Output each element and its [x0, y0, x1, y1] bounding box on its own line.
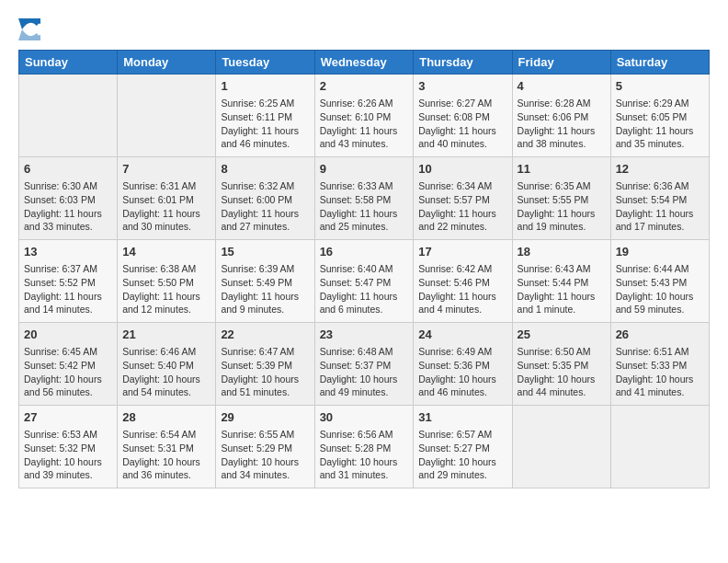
sunset-text: Sunset: 5:42 PM [24, 360, 96, 371]
calendar-day-cell: 25Sunrise: 6:50 AMSunset: 5:35 PMDayligh… [512, 323, 610, 406]
sunset-text: Sunset: 6:05 PM [616, 111, 688, 122]
calendar-day-cell: 13Sunrise: 6:37 AMSunset: 5:52 PMDayligh… [19, 240, 118, 323]
calendar-week-row: 27Sunrise: 6:53 AMSunset: 5:32 PMDayligh… [19, 406, 710, 488]
daylight-text: Daylight: 10 hours and 56 minutes. [24, 373, 102, 398]
sunset-text: Sunset: 6:06 PM [518, 111, 589, 122]
calendar-day-cell: 1Sunrise: 6:25 AMSunset: 6:11 PMDaylight… [216, 75, 314, 157]
calendar-day-cell: 31Sunrise: 6:57 AMSunset: 5:27 PMDayligh… [414, 406, 512, 488]
calendar-day-cell: 23Sunrise: 6:48 AMSunset: 5:37 PMDayligh… [314, 323, 414, 406]
calendar-day-cell: 15Sunrise: 6:39 AMSunset: 5:49 PMDayligh… [216, 240, 314, 323]
daylight-text: Daylight: 10 hours and 59 minutes. [616, 291, 694, 316]
day-number: 29 [221, 409, 309, 426]
day-of-week-header: Friday [512, 51, 610, 75]
sunrise-text: Sunrise: 6:38 AM [122, 263, 196, 274]
daylight-text: Daylight: 10 hours and 51 minutes. [221, 373, 299, 398]
day-number: 23 [320, 327, 409, 343]
logo [18, 18, 44, 40]
day-number: 17 [418, 244, 506, 260]
sunrise-text: Sunrise: 6:46 AM [122, 346, 196, 357]
day-number: 4 [518, 78, 606, 95]
sunset-text: Sunset: 5:33 PM [616, 360, 688, 371]
calendar-day-cell: 6Sunrise: 6:30 AMSunset: 6:03 PMDaylight… [19, 157, 118, 240]
day-number: 21 [122, 327, 210, 343]
sunset-text: Sunset: 5:36 PM [418, 360, 490, 371]
sunrise-text: Sunrise: 6:34 AM [418, 180, 492, 191]
calendar-day-cell: 11Sunrise: 6:35 AMSunset: 5:55 PMDayligh… [512, 157, 610, 240]
day-number: 5 [616, 78, 704, 95]
page-header [18, 18, 710, 40]
calendar-day-cell: 5Sunrise: 6:29 AMSunset: 6:05 PMDaylight… [610, 75, 709, 157]
day-number: 11 [518, 161, 606, 178]
calendar-day-cell: 8Sunrise: 6:32 AMSunset: 6:00 PMDaylight… [216, 157, 314, 240]
calendar-day-cell: 18Sunrise: 6:43 AMSunset: 5:44 PMDayligh… [512, 240, 610, 323]
sunset-text: Sunset: 5:28 PM [320, 442, 392, 454]
sunrise-text: Sunrise: 6:53 AM [24, 429, 97, 440]
daylight-text: Daylight: 10 hours and 49 minutes. [320, 373, 398, 398]
sunset-text: Sunset: 5:43 PM [616, 277, 688, 288]
sunset-text: Sunset: 5:57 PM [418, 194, 490, 205]
sunset-text: Sunset: 5:54 PM [616, 194, 688, 205]
sunrise-text: Sunrise: 6:30 AM [24, 180, 97, 191]
calendar-day-cell: 22Sunrise: 6:47 AMSunset: 5:39 PMDayligh… [216, 323, 314, 406]
calendar-day-cell: 12Sunrise: 6:36 AMSunset: 5:54 PMDayligh… [610, 157, 709, 240]
calendar-day-cell: 10Sunrise: 6:34 AMSunset: 5:57 PMDayligh… [414, 157, 512, 240]
sunset-text: Sunset: 5:35 PM [518, 360, 589, 371]
daylight-text: Daylight: 10 hours and 39 minutes. [24, 456, 102, 481]
day-number: 22 [221, 327, 309, 343]
sunrise-text: Sunrise: 6:54 AM [122, 429, 196, 440]
sunset-text: Sunset: 5:58 PM [320, 194, 392, 205]
calendar-day-cell: 26Sunrise: 6:51 AMSunset: 5:33 PMDayligh… [610, 323, 709, 406]
daylight-text: Daylight: 11 hours and 33 minutes. [24, 208, 102, 233]
sunrise-text: Sunrise: 6:44 AM [616, 263, 689, 274]
day-of-week-header: Thursday [414, 51, 512, 75]
calendar-week-row: 20Sunrise: 6:45 AMSunset: 5:42 PMDayligh… [19, 323, 710, 406]
day-number: 14 [122, 244, 210, 260]
daylight-text: Daylight: 10 hours and 41 minutes. [616, 373, 694, 398]
daylight-text: Daylight: 11 hours and 30 minutes. [122, 208, 200, 233]
day-number: 31 [418, 409, 506, 426]
sunrise-text: Sunrise: 6:55 AM [221, 429, 294, 440]
calendar-header: SundayMondayTuesdayWednesdayThursdayFrid… [19, 51, 710, 75]
sunset-text: Sunset: 5:32 PM [24, 442, 96, 454]
sunset-text: Sunset: 5:40 PM [122, 360, 194, 371]
sunrise-text: Sunrise: 6:36 AM [616, 180, 689, 191]
sunrise-text: Sunrise: 6:31 AM [122, 180, 196, 191]
sunset-text: Sunset: 5:29 PM [221, 442, 292, 454]
day-number: 30 [320, 409, 409, 426]
daylight-text: Daylight: 11 hours and 1 minute. [518, 291, 596, 316]
sunset-text: Sunset: 5:52 PM [24, 277, 96, 288]
daylight-text: Daylight: 10 hours and 31 minutes. [320, 456, 398, 481]
sunrise-text: Sunrise: 6:35 AM [518, 180, 591, 191]
daylight-text: Daylight: 11 hours and 4 minutes. [418, 291, 496, 316]
daylight-text: Daylight: 10 hours and 44 minutes. [518, 373, 596, 398]
sunset-text: Sunset: 6:08 PM [418, 111, 490, 122]
sunset-text: Sunset: 5:31 PM [122, 442, 194, 454]
calendar-week-row: 13Sunrise: 6:37 AMSunset: 5:52 PMDayligh… [19, 240, 710, 323]
day-number: 6 [24, 161, 112, 178]
calendar-day-cell: 3Sunrise: 6:27 AMSunset: 6:08 PMDaylight… [414, 75, 512, 157]
calendar-day-cell: 29Sunrise: 6:55 AMSunset: 5:29 PMDayligh… [216, 406, 314, 488]
daylight-text: Daylight: 11 hours and 14 minutes. [24, 291, 102, 316]
sunset-text: Sunset: 5:27 PM [418, 442, 490, 454]
sunrise-text: Sunrise: 6:32 AM [221, 180, 294, 191]
daylight-text: Daylight: 11 hours and 19 minutes. [518, 208, 596, 233]
day-number: 24 [418, 327, 506, 343]
sunset-text: Sunset: 5:47 PM [320, 277, 392, 288]
day-of-week-header: Wednesday [314, 51, 414, 75]
sunrise-text: Sunrise: 6:42 AM [418, 263, 492, 274]
daylight-text: Daylight: 11 hours and 43 minutes. [320, 125, 398, 150]
sunset-text: Sunset: 6:03 PM [24, 194, 96, 205]
daylight-text: Daylight: 10 hours and 46 minutes. [418, 373, 496, 398]
daylight-text: Daylight: 11 hours and 22 minutes. [418, 208, 496, 233]
day-of-week-header: Tuesday [216, 51, 314, 75]
day-number: 8 [221, 161, 309, 178]
sunrise-text: Sunrise: 6:39 AM [221, 263, 294, 274]
sunrise-text: Sunrise: 6:26 AM [320, 98, 393, 109]
daylight-text: Daylight: 11 hours and 35 minutes. [616, 125, 694, 150]
calendar-day-cell: 4Sunrise: 6:28 AMSunset: 6:06 PMDaylight… [512, 75, 610, 157]
day-number: 25 [518, 327, 606, 343]
day-number: 18 [518, 244, 606, 260]
calendar-week-row: 6Sunrise: 6:30 AMSunset: 6:03 PMDaylight… [19, 157, 710, 240]
sunset-text: Sunset: 6:01 PM [122, 194, 194, 205]
sunset-text: Sunset: 6:00 PM [221, 194, 292, 205]
